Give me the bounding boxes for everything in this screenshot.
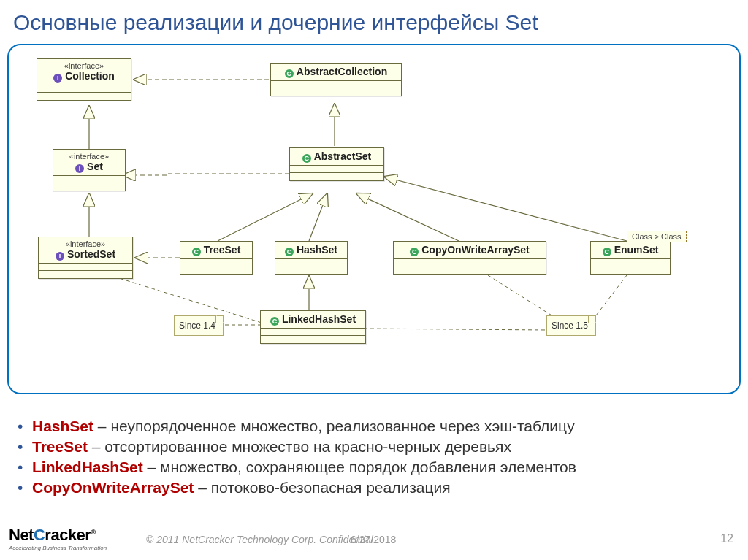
slide: Основные реализации и дочерние интерфейс…	[0, 0, 748, 560]
interface-icon: I	[53, 74, 62, 83]
class-icon: C	[603, 248, 611, 256]
note-since-1-4: Since 1.4	[174, 315, 224, 336]
page-number: 12	[720, 532, 733, 545]
uml-linkedhashset: CLinkedHashSet	[260, 310, 366, 344]
uml-abstractcollection: CAbstractCollection	[270, 63, 402, 96]
bullet-term: TreeSet	[32, 438, 88, 455]
class-name: LinkedHashSet	[282, 313, 356, 325]
svg-line-6	[356, 193, 459, 241]
class-name: TreeSet	[204, 244, 241, 256]
footer: NetCracker® Accelerating Business Transf…	[0, 518, 748, 554]
uml-sortedset: «interface»ISortedSet	[38, 237, 133, 279]
class-name: EnumSet	[614, 244, 659, 256]
bullet-desc: – множество, сохраняющее порядок добавле…	[143, 459, 576, 475]
interface-icon: I	[56, 252, 64, 261]
svg-line-13	[364, 329, 546, 330]
stereotype: «interface»	[42, 61, 126, 70]
uml-diagram: Collection (generalization) --> Set --> …	[20, 51, 729, 394]
bullet-desc: – неупорядоченное множество, реализованн…	[94, 418, 575, 434]
stereotype: «interface»	[43, 239, 128, 248]
logo: NetCracker® Accelerating Business Transf…	[9, 526, 107, 551]
copyright: © 2011 NetCracker Technology Corp. Confi…	[146, 534, 376, 545]
bullet-term: HashSet	[32, 418, 94, 434]
class-icon: C	[285, 69, 294, 78]
note-since-1-5: Since 1.5	[546, 315, 596, 336]
bullet-item: HashSet – неупорядоченное множество, реа…	[18, 418, 719, 435]
uml-set: «interface»ISet	[53, 149, 126, 191]
typeparam-text: Class > Class	[632, 232, 682, 241]
class-icon: C	[285, 248, 294, 256]
uml-treeset: CTreeSet	[180, 241, 253, 275]
svg-line-12	[488, 275, 561, 321]
brand-pre: Net	[9, 526, 34, 544]
class-icon: C	[302, 154, 311, 163]
bullet-term: LinkedHashSet	[32, 459, 143, 475]
class-name: AbstractCollection	[297, 66, 387, 77]
slide-date: 6/27/2018	[351, 534, 396, 545]
registered-icon: ®	[91, 529, 95, 536]
svg-line-4	[218, 193, 313, 241]
uml-abstractset: CAbstractSet	[289, 147, 384, 181]
brand-c: C	[34, 526, 45, 544]
slide-title: Основные реализации и дочерние интерфейс…	[13, 10, 538, 35]
tagline: Accelerating Business Transformation	[9, 545, 107, 551]
uml-copyonwritearrayset: CCopyOnWriteArraySet	[393, 241, 546, 275]
class-name: Set	[87, 161, 103, 172]
bullet-desc: – потоково-безопасная реализация	[194, 479, 450, 496]
svg-line-5	[309, 193, 327, 241]
bullet-item: CopyOnWriteArraySet – потоково-безопасна…	[18, 479, 719, 496]
svg-line-7	[384, 177, 627, 241]
uml-collection: «interface»ICollection	[37, 58, 131, 101]
enumset-typeparam: Class > Class	[627, 231, 687, 242]
class-name: AbstractSet	[314, 150, 372, 162]
connectors: Collection (generalization) --> Set --> …	[20, 51, 729, 394]
bullet-list: HashSet – неупорядоченное множество, реа…	[18, 415, 719, 499]
class-icon: C	[270, 317, 279, 326]
uml-hashset: CHashSet	[275, 241, 348, 275]
bullet-item: TreeSet – отсортированное множество на к…	[18, 438, 719, 456]
uml-enumset: CEnumSet	[590, 241, 671, 275]
bullet-term: CopyOnWriteArraySet	[32, 479, 194, 496]
class-icon: C	[192, 248, 201, 256]
class-name: Collection	[65, 70, 115, 82]
interface-icon: I	[75, 164, 84, 173]
class-name: CopyOnWriteArraySet	[421, 244, 530, 256]
svg-line-14	[596, 275, 627, 315]
stereotype: «interface»	[58, 152, 121, 161]
class-name: HashSet	[297, 244, 337, 256]
brand-post: racker	[45, 526, 91, 544]
class-icon: C	[410, 248, 419, 256]
class-name: SortedSet	[67, 248, 115, 260]
brand: NetCracker®	[9, 526, 107, 545]
bullet-desc: – отсортированное множество на красно-че…	[88, 438, 511, 455]
bullet-item: LinkedHashSet – множество, сохраняющее п…	[18, 459, 719, 476]
